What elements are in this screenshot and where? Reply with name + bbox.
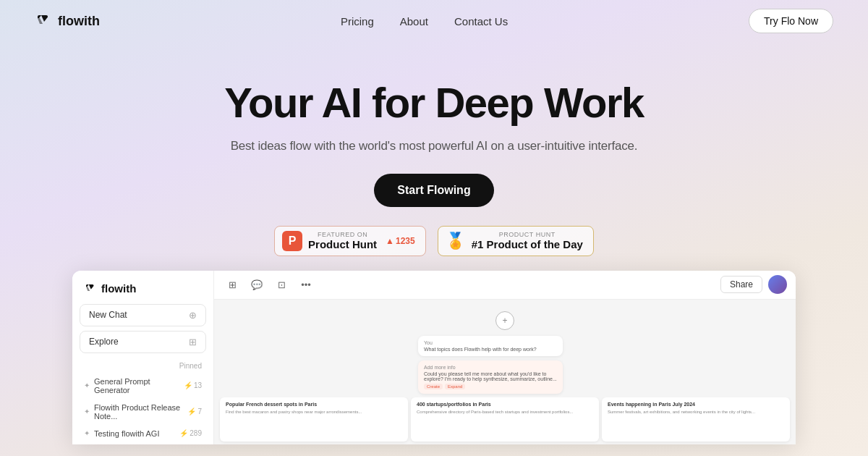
chat-bubble-ai: Add more info Could you please tell me m… — [418, 360, 563, 394]
nav-pricing[interactable]: Pricing — [341, 15, 374, 28]
chat-bubble-ai-title: Add more info — [424, 365, 557, 370]
chat-bubble-user-title: You — [424, 340, 557, 345]
try-flo-button[interactable]: Try Flo Now — [749, 9, 833, 33]
explore-icon: ⊞ — [189, 337, 197, 347]
sidebar-item-0[interactable]: ✦ General Prompt Generator ⚡13 — [72, 373, 213, 399]
chat-bubble-user-text: What topics does Flowith help with for d… — [424, 347, 537, 352]
sidebar-item-label-1: Flowith Product Release Note... — [94, 403, 187, 421]
nav-about[interactable]: About — [400, 15, 428, 28]
share-button[interactable]: Share — [720, 276, 762, 293]
action-expand[interactable]: Expand — [445, 384, 465, 389]
nav-links: Pricing About Contact Us — [341, 15, 508, 28]
sidebar-item-label-0: General Prompt Generator — [94, 377, 184, 394]
logo[interactable]: flowith — [35, 12, 100, 30]
app-canvas[interactable]: + You What topics does Flowith help with… — [214, 300, 796, 444]
sidebar-item-1[interactable]: ✦ Flowith Product Release Note... ⚡7 — [72, 399, 213, 425]
new-chat-icon: ⊕ — [189, 310, 197, 321]
star-icon-2: ✦ — [84, 429, 90, 437]
sidebar-count-1: ⚡7 — [187, 408, 202, 415]
sidebar-logo: flowith — [72, 282, 213, 304]
chat-bubble-add-info: Add more info — [424, 365, 456, 370]
star-icon-0: ✦ — [84, 381, 90, 389]
chat-actions: Create Expand — [424, 384, 557, 389]
sidebar-logo-text: flowith — [101, 282, 136, 295]
hero-subtitle: Best ideas flow with the world's most po… — [0, 139, 868, 153]
sidebar-count-2: ⚡289 — [179, 429, 202, 437]
app-preview: flowith New Chat ⊕ Explore ⊞ Pinned ✦ Ge… — [72, 271, 796, 444]
sidebar-logo-icon — [84, 282, 97, 295]
bottom-cards: Popular French dessert spots in Paris Fi… — [214, 397, 796, 444]
chat-bubble-user: You What topics does Flowith help with f… — [418, 336, 563, 356]
bottom-card-text-0: Find the best macaron and pastry shops n… — [226, 409, 402, 415]
hero-section: Your AI for Deep Work Best ideas flow wi… — [0, 42, 868, 256]
canvas-chat-area: You What topics does Flowith help with f… — [418, 336, 563, 398]
app-sidebar: flowith New Chat ⊕ Explore ⊞ Pinned ✦ Ge… — [72, 271, 214, 444]
toolbar-image-icon[interactable]: ⊡ — [272, 275, 291, 294]
logo-icon — [35, 12, 52, 30]
product-hunt-badge[interactable]: P FEATURED ON Product Hunt ▲ 1235 — [274, 226, 426, 256]
navbar: flowith Pricing About Contact Us Try Flo… — [0, 0, 868, 42]
bottom-card-text-1: Comprehensive directory of Paris-based t… — [417, 409, 593, 415]
start-flowing-button[interactable]: Start Flowing — [374, 174, 493, 207]
sidebar-item-3[interactable]: ✦ User Feedback Anaylizer — [72, 442, 213, 444]
action-create[interactable]: Create — [424, 384, 443, 389]
award-icon: 🏅 — [446, 231, 466, 251]
pinned-label: Pinned — [72, 358, 213, 373]
toolbar-layout-icon[interactable]: ⊞ — [223, 275, 242, 294]
logo-text: flowith — [58, 14, 100, 29]
nav-contact[interactable]: Contact Us — [454, 15, 508, 28]
toolbar-chat-icon[interactable]: 💬 — [247, 275, 266, 294]
badge-award-text: PRODUCT HUNT #1 Product of the Day — [472, 231, 583, 250]
product-hunt-icon: P — [282, 231, 302, 251]
star-icon-1: ✦ — [84, 408, 90, 415]
badge-ph-main: Product Hunt — [308, 238, 377, 250]
canvas-add-icon[interactable]: + — [495, 311, 514, 330]
sidebar-item-label-2: Testing flowith AGI — [94, 429, 160, 438]
badge-ph-label: FEATURED ON — [308, 231, 377, 238]
toolbar-more-icon[interactable]: ••• — [297, 275, 315, 294]
explore-button[interactable]: Explore ⊞ — [80, 331, 206, 353]
bottom-card-text-2: Summer festivals, art exhibitions, and n… — [608, 409, 784, 415]
badge-award-label: PRODUCT HUNT — [472, 231, 583, 238]
sidebar-item-2[interactable]: ✦ Testing flowith AGI ⚡289 — [72, 425, 213, 442]
new-chat-button[interactable]: New Chat ⊕ — [80, 304, 206, 326]
bottom-card-1[interactable]: 400 startups/portfolios in Paris Compreh… — [411, 397, 599, 442]
chat-bubble-ai-text: Could you please tell me more about what… — [424, 371, 557, 381]
hero-title: Your AI for Deep Work — [0, 80, 868, 126]
bottom-card-title-1: 400 startups/portfolios in Paris — [417, 402, 593, 407]
badge-award-main: #1 Product of the Day — [472, 238, 583, 250]
bottom-card-title-0: Popular French dessert spots in Paris — [226, 402, 402, 407]
sidebar-count-0: ⚡13 — [184, 381, 202, 389]
user-avatar — [768, 275, 787, 294]
bottom-card-0[interactable]: Popular French dessert spots in Paris Fi… — [220, 397, 408, 442]
bottom-card-2[interactable]: Events happening in Paris July 2024 Summ… — [602, 397, 790, 442]
social-proof-badges: P FEATURED ON Product Hunt ▲ 1235 🏅 PROD… — [0, 226, 868, 256]
badge-ph-text: FEATURED ON Product Hunt — [308, 231, 377, 250]
badge-ph-count: ▲ 1235 — [386, 236, 415, 246]
app-toolbar: ⊞ 💬 ⊡ ••• Share — [214, 271, 796, 300]
bottom-card-title-2: Events happening in Paris July 2024 — [608, 402, 784, 407]
product-day-badge[interactable]: 🏅 PRODUCT HUNT #1 Product of the Day — [438, 226, 594, 256]
app-main: ⊞ 💬 ⊡ ••• Share + You What topics does F… — [214, 271, 796, 444]
